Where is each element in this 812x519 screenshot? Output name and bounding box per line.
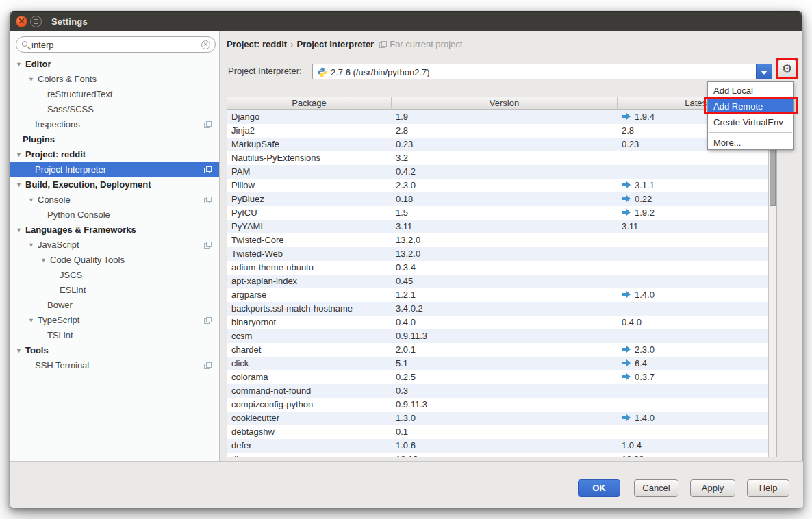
sidebar-item-label: Colors & Fonts	[38, 74, 97, 84]
menu-item-more[interactable]: More...	[708, 135, 793, 151]
per-project-icon	[204, 197, 211, 203]
table-row-colorama[interactable]: colorama0.2.50.3.7	[227, 370, 768, 384]
sidebar-item-python-console[interactable]: Python Console	[10, 207, 219, 223]
expander-icon[interactable]: ▼	[16, 223, 25, 238]
table-scrollbar[interactable]	[768, 110, 776, 457]
clear-search-icon[interactable]: ✕	[201, 40, 210, 49]
sidebar-item-label: SSH Terminal	[35, 360, 89, 370]
package-version: 0.2.5	[396, 370, 615, 384]
table-row-adium-theme-ubuntu[interactable]: adium-theme-ubuntu0.3.4	[227, 261, 768, 275]
table-row-binaryornot[interactable]: binaryornot0.4.00.4.0	[227, 316, 768, 329]
package-version: 0.4.0	[396, 316, 615, 329]
sidebar-item-label: Bower	[47, 300, 73, 310]
sidebar-item-label: Python Console	[47, 210, 110, 220]
table-row-pam[interactable]: PAM0.4.2	[227, 165, 768, 179]
expander-icon[interactable]: ▼	[16, 147, 25, 162]
table-row-dirspec[interactable]: dirspec13.1013.08	[227, 453, 768, 457]
sidebar-item-jscs[interactable]: JSCS	[10, 268, 219, 283]
context-note: For current project	[379, 39, 462, 49]
package-latest: 0.4.0	[622, 316, 765, 329]
package-latest: 13.08	[622, 453, 765, 457]
sidebar-item-inspections[interactable]: Inspections	[10, 117, 219, 132]
gear-button[interactable]: ⚙	[778, 60, 796, 78]
table-row-backports-ssl-match-hostname[interactable]: backports.ssl-match-hostname3.4.0.2	[227, 302, 768, 316]
table-body: Django1.91.9.4Jinja22.82.8MarkupSafe0.23…	[227, 110, 768, 457]
table-row-argparse[interactable]: argparse1.2.11.4.0	[227, 288, 768, 302]
sidebar-item-project-interpreter[interactable]: Project Interpreter	[10, 162, 219, 177]
sidebar-item-tools[interactable]: ▼Tools	[10, 343, 219, 358]
package-version: 13.2.0	[396, 233, 615, 247]
sidebar-item-javascript[interactable]: ▼JavaScript	[10, 238, 219, 253]
interpreter-dropdown-arrow[interactable]	[756, 64, 772, 79]
table-row-pyicu[interactable]: PyICU1.51.9.2	[227, 206, 768, 220]
sidebar-item-ssh-terminal[interactable]: SSH Terminal	[10, 358, 219, 373]
package-version: 0.4.2	[396, 165, 615, 179]
sidebar-item-project-reddit[interactable]: ▼Project: reddit	[10, 147, 219, 162]
menu-separator	[709, 132, 792, 133]
table-row-twisted-web[interactable]: Twisted-Web13.2.0	[227, 247, 768, 261]
table-row-pyyaml[interactable]: PyYAML3.113.11	[227, 220, 768, 233]
table-row-click[interactable]: click5.16.4	[227, 357, 768, 370]
table-row-cookiecutter[interactable]: cookiecutter1.3.01.4.0	[227, 412, 768, 425]
table-row-nautilus-pyextensions[interactable]: Nautilus-PyExtensions3.2	[227, 151, 768, 165]
expander-icon[interactable]: ▼	[16, 177, 25, 192]
package-version: 0.45	[396, 275, 615, 288]
package-latest	[622, 165, 765, 179]
sidebar-item-editor[interactable]: ▼Editor	[10, 57, 219, 72]
sidebar-item-code-quality-tools[interactable]: ▼Code Quality Tools	[10, 253, 219, 268]
per-project-icon	[204, 121, 211, 128]
sidebar-item-label: reStructuredText	[47, 89, 112, 99]
sidebar-item-languages-frameworks[interactable]: ▼Languages & Frameworks	[10, 223, 219, 238]
expander-icon[interactable]: ▼	[28, 192, 38, 207]
table-row-jinja2[interactable]: Jinja22.82.8	[227, 124, 768, 138]
sidebar-item-colors-fonts[interactable]: ▼Colors & Fonts	[10, 72, 219, 87]
sidebar-item-build-execution-deployment[interactable]: ▼Build, Execution, Deployment	[10, 177, 219, 192]
expander-icon[interactable]: ▼	[16, 57, 25, 72]
table-row-twisted-core[interactable]: Twisted-Core13.2.0	[227, 233, 768, 247]
help-button[interactable]: Help	[747, 479, 789, 497]
cancel-button[interactable]: Cancel	[634, 479, 678, 497]
package-version: 5.1	[396, 357, 615, 370]
apply-button[interactable]: Apply	[690, 479, 735, 497]
table-row-pybluez[interactable]: PyBluez0.180.22	[227, 192, 768, 206]
table-row-apt-xapian-index[interactable]: apt-xapian-index0.45	[227, 275, 768, 288]
sidebar-item-plugins[interactable]: Plugins	[10, 132, 219, 147]
sidebar-item-console[interactable]: ▼Console	[10, 192, 219, 207]
table-row-ccsm[interactable]: ccsm0.9.11.3	[227, 329, 768, 343]
expander-icon[interactable]: ▼	[28, 72, 38, 87]
search-box[interactable]: ✕	[16, 36, 216, 53]
table-row-chardet[interactable]: chardet2.0.12.3.0	[227, 343, 768, 357]
sidebar-item-typescript[interactable]: ▼TypeScript	[10, 313, 219, 328]
python-icon	[317, 67, 327, 77]
chevron-down-icon	[761, 71, 767, 75]
table-row-django[interactable]: Django1.91.9.4	[227, 110, 768, 124]
expander-icon[interactable]: ▼	[16, 343, 25, 358]
table-row-defer[interactable]: defer1.0.61.0.4	[227, 439, 768, 453]
sidebar-item-bower[interactable]: Bower	[10, 298, 219, 313]
search-input[interactable]	[31, 38, 201, 51]
expander-icon[interactable]: ▼	[28, 313, 38, 328]
close-icon[interactable]: ✕	[16, 16, 27, 27]
table-row-compizconfig-python[interactable]: compizconfig-python0.9.11.3	[227, 398, 768, 412]
sidebar-item-sass-scss[interactable]: Sass/SCSS	[10, 102, 219, 117]
column-header-package[interactable]: Package	[227, 97, 392, 110]
column-header-version[interactable]: Version	[392, 97, 618, 110]
sidebar-item-restructuredtext[interactable]: reStructuredText	[10, 87, 219, 102]
table-row-pillow[interactable]: Pillow2.3.03.1.1	[227, 179, 768, 192]
menu-item-add-remote[interactable]: Add Remote	[708, 99, 793, 114]
ok-button[interactable]: OK	[578, 479, 620, 497]
sidebar-item-eslint[interactable]: ESLint	[10, 283, 219, 298]
menu-item-create-virtualenv[interactable]: Create VirtualEnv	[708, 114, 793, 130]
expander-icon[interactable]: ▼	[40, 253, 50, 268]
sidebar-item-tslint[interactable]: TSLint	[10, 328, 219, 343]
maximize-icon[interactable]	[30, 16, 42, 27]
package-version: 2.8	[396, 124, 615, 138]
package-name: PAM	[231, 165, 389, 179]
interpreter-combobox[interactable]: 2.7.6 (/usr/bin/python2.7)	[312, 64, 756, 79]
table-row-debtagshw[interactable]: debtagshw0.1	[227, 425, 768, 439]
expander-icon[interactable]: ▼	[28, 238, 38, 253]
package-version: 0.23	[396, 138, 615, 151]
table-row-command-not-found[interactable]: command-not-found0.3	[227, 384, 768, 398]
table-row-markupsafe[interactable]: MarkupSafe0.230.23	[227, 138, 768, 151]
menu-item-add-local[interactable]: Add Local	[708, 83, 793, 99]
